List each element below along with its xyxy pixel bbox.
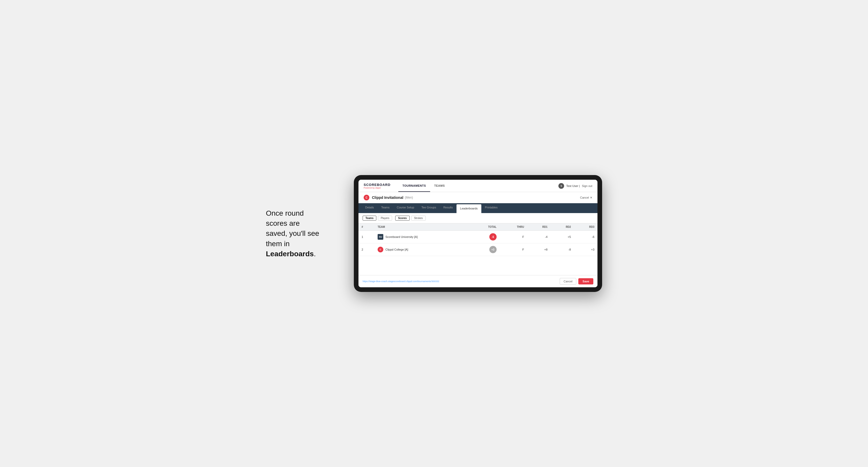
col-rd2: RD2	[551, 223, 574, 231]
tab-teams[interactable]: Teams	[378, 203, 393, 213]
save-button[interactable]: Save	[578, 278, 593, 284]
tab-results[interactable]: Results	[440, 203, 457, 213]
col-rd3: RD3	[574, 223, 597, 231]
cell-team: SUScoreboard University [A]	[374, 231, 470, 243]
cell-rd1: +8	[527, 243, 551, 256]
user-name: Test User |	[566, 184, 580, 187]
cell-rd3: +3	[574, 243, 597, 256]
cell-total: +3	[470, 243, 500, 256]
sign-out-link[interactable]: Sign out	[582, 184, 592, 187]
col-thru: THRU	[500, 223, 527, 231]
tablet-screen: SCOREBOARD Powered by clippd TOURNAMENTS…	[359, 180, 597, 287]
nav-teams[interactable]: TEAMS	[430, 180, 449, 192]
table-row: 1SUScoreboard University [A]-5F-4+5-6	[359, 231, 597, 243]
user-avatar: S	[558, 183, 564, 189]
footer: https://stage-blue-coach.stagescoreboard…	[359, 275, 597, 287]
tournament-cancel-button[interactable]: Cancel ✕	[580, 196, 592, 199]
nav-links: TOURNAMENTS TEAMS	[398, 180, 449, 192]
logo-title: SCOREBOARD	[364, 183, 391, 187]
cell-rd2: +5	[551, 231, 574, 243]
nav-right: S Test User | Sign out	[558, 183, 592, 189]
tab-details[interactable]: Details	[362, 203, 378, 213]
tab-tee-groups[interactable]: Tee Groups	[418, 203, 440, 213]
col-total: TOTAL	[470, 223, 500, 231]
cell-rank: 2	[359, 243, 374, 256]
cell-rd2: -8	[551, 243, 574, 256]
cell-rd1: -4	[527, 231, 551, 243]
cell-team: CClippd College [A]	[374, 243, 470, 256]
tablet-frame: SCOREBOARD Powered by clippd TOURNAMENTS…	[354, 175, 602, 292]
score-badge: +3	[489, 246, 497, 253]
logo-area: SCOREBOARD Powered by clippd	[364, 183, 391, 189]
leaderboard-content: # TEAM TOTAL THRU RD1 RD2 RD3 1SUScorebo…	[359, 223, 597, 275]
filter-row: Teams Players Scores Strokes	[359, 213, 597, 223]
cell-thru: F	[500, 243, 527, 256]
cell-rd3: -6	[574, 231, 597, 243]
tab-nav: Details Teams Course Setup Tee Groups Re…	[359, 203, 597, 213]
filter-players[interactable]: Players	[378, 216, 392, 221]
team-logo: SU	[378, 234, 383, 240]
col-rank: #	[359, 223, 374, 231]
tab-leaderboards[interactable]: Leaderboards	[457, 204, 481, 213]
tab-course-setup[interactable]: Course Setup	[393, 203, 418, 213]
leaderboard-table: # TEAM TOTAL THRU RD1 RD2 RD3 1SUScorebo…	[359, 223, 597, 256]
col-rd1: RD1	[527, 223, 551, 231]
top-nav: SCOREBOARD Powered by clippd TOURNAMENTS…	[359, 180, 597, 192]
team-name: Scoreboard University [A]	[385, 235, 418, 239]
team-logo: C	[378, 247, 383, 252]
filter-teams[interactable]: Teams	[363, 216, 376, 221]
team-name: Clippd College [A]	[385, 248, 408, 251]
cell-total: -5	[470, 231, 500, 243]
table-row: 2CClippd College [A]+3F+8-8+3	[359, 243, 597, 256]
tournament-subtitle: (Men)	[405, 196, 413, 199]
score-badge: -5	[489, 233, 497, 241]
filter-strokes[interactable]: Strokes	[411, 216, 426, 221]
tournament-title: Clippd Invitational	[372, 195, 403, 199]
footer-url: https://stage-blue-coach.stagescoreboard…	[363, 280, 439, 283]
tournament-icon: C	[364, 195, 369, 200]
description-text: Once round scores are saved, you'll see …	[266, 208, 338, 259]
logo-subtitle: Powered by clippd	[364, 187, 391, 189]
nav-tournaments[interactable]: TOURNAMENTS	[398, 180, 430, 192]
cell-thru: F	[500, 231, 527, 243]
tournament-header: C Clippd Invitational (Men) Cancel ✕	[359, 192, 597, 203]
tab-printables[interactable]: Printables	[481, 203, 501, 213]
col-team: TEAM	[374, 223, 470, 231]
filter-scores[interactable]: Scores	[395, 216, 409, 221]
cell-rank: 1	[359, 231, 374, 243]
cancel-button[interactable]: Cancel	[560, 278, 576, 285]
